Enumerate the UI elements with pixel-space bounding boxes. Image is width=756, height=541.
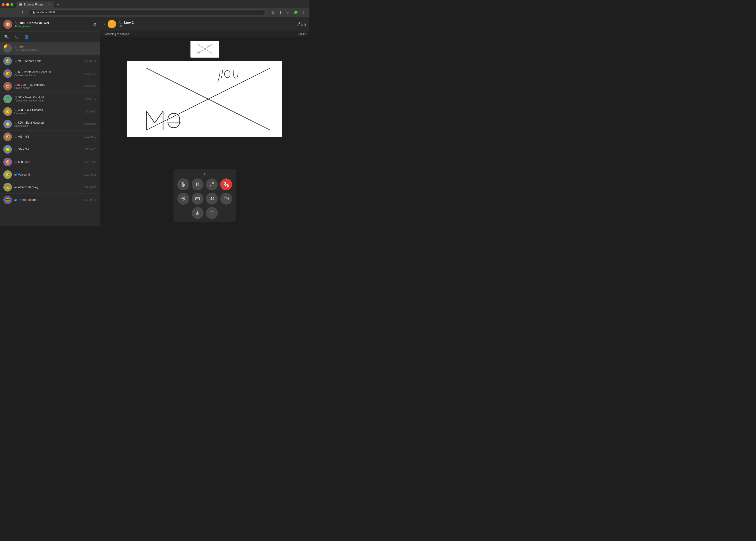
main-content: ‹ 1 📞 Line 1 200 🎤 — [100, 17, 310, 226]
mic-bar-4 — [305, 24, 306, 26]
svg-point-16 — [183, 198, 184, 200]
minimize-traffic-light[interactable] — [6, 3, 9, 6]
user-status: Registered — [15, 25, 91, 28]
status-dot — [15, 25, 17, 27]
speaker-button[interactable] — [206, 193, 218, 205]
mic-indicator: 🎤 — [297, 22, 306, 26]
add-contact-button[interactable]: 👤 — [23, 33, 30, 40]
forward-button[interactable]: › — [11, 9, 18, 16]
list-item[interactable]: 😐 📞 400 - Four Hundred Unavailable 2022-… — [0, 105, 100, 118]
user-avatar: 😐 — [3, 20, 12, 29]
you-text — [218, 71, 238, 82]
tab-favicon: ☎ — [19, 3, 22, 6]
back-button[interactable]: ‹ — [3, 9, 10, 16]
mic-bar-2 — [303, 24, 303, 26]
tab-close-button[interactable]: ✕ — [48, 3, 51, 6]
call-line-name: 📞 Line 1 — [119, 20, 297, 24]
active-call-item[interactable]: 1 📞 Line 1 Two Hundred <200> — [0, 42, 100, 55]
contact-name: 📬 Voicemail — [14, 173, 82, 176]
list-item[interactable]: 😐 📬 Voicemail 2021-02-09 — [0, 169, 100, 181]
list-item[interactable]: 😐 📞 500 - 500 2021-11-11 — [0, 156, 100, 169]
call-number: 200 — [119, 24, 297, 28]
list-item[interactable]: 😠 📞🔴 200 - Two Hundred On the phone 4:50… — [0, 80, 100, 93]
menu-list-button[interactable] — [206, 207, 218, 219]
url-text: localhost:8000 — [36, 11, 55, 14]
contact-info: 📞 *67 - *67 — [14, 148, 82, 151]
browser-tab-active[interactable]: ☎ Browser Phone ✕ — [16, 1, 54, 8]
contact-name: 📞 *67 - *67 — [14, 148, 82, 151]
user-info: 📞 100 - Conrad de Wet Registered — [15, 21, 91, 28]
contact-name: 📬 Alberto Hensley — [14, 186, 82, 189]
contact-info: 📞 *66 - *66 — [14, 135, 82, 138]
contact-time: 2022-02-22 — [84, 110, 97, 113]
list-item[interactable]: 😐 📞 *67 - *67 2022-01-01 — [0, 143, 100, 156]
list-item[interactable]: 😐 📞 800 - Eight Hundred Unavailable 2022… — [0, 118, 100, 131]
svg-marker-25 — [210, 197, 212, 200]
control-row-1 — [177, 179, 232, 190]
address-bar[interactable]: 🔒 localhost:8000 — [29, 10, 266, 15]
contact-sub: Unavailable — [14, 112, 82, 115]
call-badge: 1 — [3, 44, 7, 48]
svg-text:you: you — [207, 45, 211, 47]
phone-button[interactable]: 📞 — [13, 33, 20, 40]
contact-time: 2022-01-01 — [84, 148, 97, 151]
screen-share-button[interactable]: ⧉ — [269, 9, 276, 16]
maximize-traffic-light[interactable] — [10, 3, 13, 6]
contact-info: 📞 400 - Four Hundred Unavailable — [14, 108, 82, 115]
mute-button[interactable] — [177, 179, 189, 190]
end-call-button[interactable] — [220, 179, 232, 190]
contact-avatar: 😐 — [3, 133, 12, 141]
contact-time: 4:50:53 PM — [84, 85, 97, 88]
svg-rect-17 — [196, 198, 200, 200]
bookmark-button[interactable]: ☆ — [285, 9, 291, 16]
contact-info: 📬 Voicemail — [14, 173, 82, 176]
stats-button[interactable] — [192, 207, 203, 219]
search-button[interactable]: 🔍 — [3, 33, 10, 40]
contact-info: 📞 *99 - Stream Echo — [14, 59, 82, 63]
call-status-bar: Switching to canvas 00:49 — [100, 31, 310, 37]
list-item[interactable]: 😐 📞 60 - Conference Room 60 Conference R… — [0, 67, 100, 80]
back-button[interactable]: ‹ — [104, 22, 105, 27]
video-button[interactable] — [220, 193, 232, 205]
list-item[interactable]: 😐 📞 *99 - Stream Echo 4:55:34 PM — [0, 55, 100, 67]
contact-avatar: 🎵 — [3, 95, 12, 103]
microphone-icon: 🎤 — [297, 22, 301, 26]
svg-rect-11 — [198, 183, 199, 186]
active-call-number: Two Hundred <200> — [14, 49, 97, 51]
mic-bars — [301, 22, 306, 26]
share-button[interactable]: ⬆ — [277, 9, 284, 16]
svg-text:Me: Me — [197, 51, 200, 53]
user-name: 📞 100 - Conrad de Wet — [15, 21, 91, 25]
contact-info: 📬 Alberto Hensley — [14, 186, 82, 189]
call-phone-icon: 📞 — [119, 20, 123, 24]
new-tab-button[interactable]: + — [55, 2, 61, 7]
contact-time: 4:55:34 PM — [84, 60, 97, 62]
list-item[interactable]: 😎 📬 Three Hundred 2021-02-09 — [0, 194, 100, 206]
menu-button[interactable]: ⋮ — [300, 9, 307, 16]
extensions-button[interactable]: 🧩 — [292, 9, 299, 16]
sidebar-header: 😐 📞 100 - Conrad de Wet Registered ⚙ — [0, 17, 100, 31]
hold-button[interactable] — [192, 179, 203, 190]
call-header-right: 🎤 — [297, 22, 306, 26]
contact-avatar: 😐 — [3, 170, 12, 179]
expand-button[interactable] — [206, 179, 218, 190]
keyboard-button[interactable] — [192, 193, 203, 205]
settings-icon[interactable]: ⚙ — [93, 22, 97, 27]
svg-line-13 — [210, 185, 212, 186]
contact-name: 📞 *99 - Stream Echo — [14, 59, 82, 63]
contact-time: 2022-01-18 — [84, 123, 97, 126]
refresh-button[interactable]: ↻ — [20, 9, 27, 16]
list-item[interactable]: 🎵 🎵 *65 - Music On Hold Testing the musi… — [0, 93, 100, 105]
contact-avatar: 😍 — [3, 183, 12, 192]
close-traffic-light[interactable] — [2, 3, 5, 6]
contact-name: 📞 800 - Eight Hundred — [14, 121, 82, 124]
app-container: 😐 📞 100 - Conrad de Wet Registered ⚙ 🔍 📞… — [0, 17, 310, 226]
record-button[interactable] — [177, 193, 189, 205]
active-call-avatar: 1 — [3, 44, 12, 53]
svg-line-12 — [212, 183, 214, 184]
collapse-button[interactable]: ∨ — [203, 172, 206, 176]
svg-point-6 — [224, 71, 230, 78]
main-canvas[interactable] — [127, 61, 282, 137]
list-item[interactable]: 😍 📬 Alberto Hensley 2021-02-09 — [0, 181, 100, 194]
list-item[interactable]: 😐 📞 *66 - *66 2022-01-01 — [0, 131, 100, 143]
